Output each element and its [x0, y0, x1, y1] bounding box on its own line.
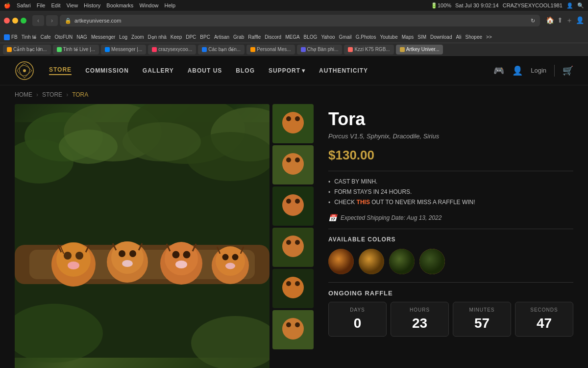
cart-icon[interactable]: 🛒 [563, 65, 573, 76]
breadcrumb: HOME › STORE › TORA [0, 85, 588, 104]
bookmark-tinhtế[interactable]: Tinh tế [22, 34, 37, 40]
bookmark-sim[interactable]: SIM [417, 34, 426, 40]
bookmark-shopee[interactable]: Shopee [466, 34, 482, 40]
tab-artkey[interactable]: Artkey Univer... [396, 45, 443, 54]
bookmark-blog[interactable]: BLOG [304, 34, 318, 40]
login-button[interactable]: Login [531, 67, 546, 74]
highlight-this[interactable]: THIS [357, 199, 370, 206]
bookmark-zoom[interactable]: Zoom [131, 34, 144, 40]
nav-blog[interactable]: BLOG [236, 67, 255, 74]
countdown-hours-label: Hours [395, 307, 444, 313]
bookmark-ali[interactable]: Ali [456, 34, 461, 40]
bookmark-mega[interactable]: MEGA [285, 34, 299, 40]
mac-history[interactable]: History [84, 2, 100, 8]
countdown-minutes-box: Minutes 57 [453, 302, 511, 337]
tab-messenger[interactable]: Messenger |... [101, 45, 146, 54]
mac-safari[interactable]: Safari [17, 2, 31, 8]
nav-store[interactable]: STORE [49, 66, 72, 75]
mac-bookmarks[interactable]: Bookmarks [106, 2, 133, 8]
search-icon[interactable]: 🔍 [577, 2, 584, 9]
game-controller-icon[interactable]: 🎮 [493, 65, 504, 76]
tab-crazy[interactable]: crazysexycoo... [148, 45, 196, 54]
mac-view[interactable]: View [66, 2, 78, 8]
bookmark-messenger[interactable]: Messenger [91, 34, 115, 40]
tab-cho-ban[interactable]: Chợ Bàn phi... [297, 45, 343, 54]
profile-icon[interactable]: 👤 [576, 16, 584, 25]
back-button[interactable]: ‹ [32, 15, 44, 26]
tab-canh-bac[interactable]: Cảnh bạc lớn... [3, 45, 51, 54]
color-option-4[interactable] [419, 249, 445, 274]
svg-point-29 [165, 242, 198, 275]
home-icon[interactable]: 🏠 [546, 16, 554, 25]
bookmark-gphotos[interactable]: G.Photos [356, 34, 376, 40]
bookmark-log[interactable]: Log [119, 34, 127, 40]
apple-menu[interactable]: 🍎 [4, 2, 11, 9]
nav-gallery[interactable]: GALLERY [143, 67, 174, 74]
site-logo[interactable] [15, 61, 34, 80]
bookmark-donnha[interactable]: Dọn nhà [148, 34, 167, 40]
nav-authenticity[interactable]: AUTHENTICITY [319, 67, 368, 74]
thumbnail-3[interactable] [272, 186, 314, 226]
refresh-icon[interactable]: ↻ [531, 18, 535, 24]
bookmark-raffle[interactable]: Raffle [248, 34, 261, 40]
tab-tinh-te[interactable]: Tinh tế Live |... [53, 45, 99, 54]
browser-actions: 🏠 ⬆ ＋ 👤 [546, 16, 584, 25]
bookmark-gmail[interactable]: Gmail [339, 34, 352, 40]
tab-cac-ban[interactable]: Các bạn đến... [198, 45, 245, 54]
mac-window[interactable]: Window [139, 2, 158, 8]
tab-personal[interactable]: Personal Mes... [246, 45, 294, 54]
color-option-2[interactable] [359, 249, 384, 274]
nav-support[interactable]: SUPPORT ▾ [269, 67, 305, 74]
svg-point-71 [419, 249, 445, 274]
minimize-window-btn[interactable] [12, 18, 18, 24]
color-option-1[interactable] [328, 249, 354, 274]
svg-point-66 [286, 322, 291, 327]
bookmark-yahoo[interactable]: Yahoo [321, 34, 335, 40]
forward-button[interactable]: › [46, 15, 58, 26]
share-icon[interactable]: ⬆ [557, 16, 563, 25]
breadcrumb-store[interactable]: STORE [42, 91, 62, 98]
thumbnail-1[interactable] [272, 104, 314, 143]
bookmark-maps[interactable]: Maps [402, 34, 414, 40]
svg-point-24 [129, 250, 136, 257]
countdown-seconds-box: Seconds 47 [515, 302, 573, 337]
bookmark-nag[interactable]: NAG [76, 34, 87, 40]
nav-commission[interactable]: COMMISSION [85, 67, 129, 74]
bookmark-youtube[interactable]: Youtube [380, 34, 397, 40]
thumbnail-2[interactable] [272, 145, 314, 184]
svg-point-25 [122, 260, 133, 267]
thumbnail-4[interactable] [272, 228, 314, 267]
bookmark-dpc[interactable]: DPC [186, 34, 196, 40]
thumbnail-6[interactable] [272, 310, 314, 349]
bookmark-fb[interactable]: FB [4, 34, 18, 40]
product-divider-2 [328, 229, 573, 229]
nav-about-us[interactable]: ABOUT US [188, 67, 222, 74]
bookmark-more[interactable]: >> [486, 34, 492, 40]
bookmark-keep[interactable]: Keep [171, 34, 182, 40]
bookmark-discord[interactable]: Discord [265, 34, 281, 40]
mac-edit[interactable]: Edit [51, 2, 60, 8]
bookmark-grab[interactable]: Grab [233, 34, 244, 40]
maximize-window-btn[interactable] [21, 18, 26, 24]
breadcrumb-home[interactable]: HOME [15, 91, 32, 98]
user-account-icon[interactable]: 👤 [512, 65, 523, 76]
address-bar[interactable]: 🔒 artkeyuniverse.com ↻ [60, 15, 540, 26]
thumbnail-5[interactable] [272, 269, 314, 308]
bookmark-download[interactable]: Download [430, 34, 452, 40]
svg-point-59 [295, 240, 300, 245]
svg-point-63 [295, 281, 300, 286]
bookmark-bpc[interactable]: BPC [200, 34, 210, 40]
add-tab-icon[interactable]: ＋ [566, 16, 573, 25]
color-option-3[interactable] [389, 249, 415, 274]
url-text: artkeyuniverse.com [74, 18, 121, 24]
bullet-1: • CAST BY MINH. [328, 178, 573, 185]
lock-icon: 🔒 [65, 18, 72, 24]
mac-file[interactable]: File [37, 2, 46, 8]
bookmark-artisan[interactable]: Artisan [214, 34, 229, 40]
bookmark-cafe[interactable]: Cafe [40, 34, 50, 40]
mac-help[interactable]: Help [165, 2, 176, 8]
tab-kzzi[interactable]: Kzzi K75 RGB... [344, 45, 393, 54]
bookmark-otofun[interactable]: OtoFUN [55, 34, 73, 40]
countdown-minutes-value: 57 [457, 315, 507, 331]
close-window-btn[interactable] [4, 18, 10, 24]
